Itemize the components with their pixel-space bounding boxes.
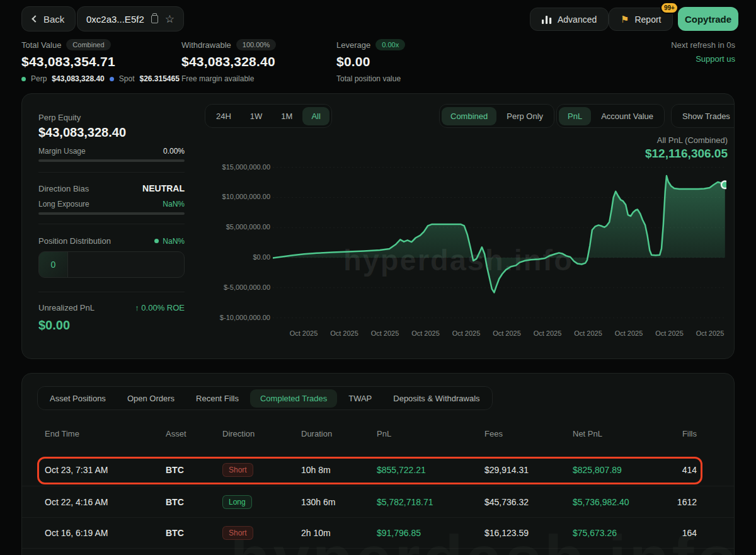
report-label: Report (634, 14, 661, 25)
duration: 10h 8m (301, 465, 377, 475)
col-asset: Asset (166, 429, 222, 438)
col-fees: Fees (484, 429, 573, 438)
trade-row-1[interactable]: Oct 23, 7:31 AM BTC Short 10h 8m $855,72… (22, 454, 735, 486)
duration: 130h 6m (301, 497, 377, 507)
pnl-value: $855,722.21 (377, 465, 484, 475)
y-axis-label: $5,000,000.00 (22, 223, 270, 231)
spot-dot-icon (110, 77, 114, 81)
pnl-value: $5,782,718.71 (377, 497, 484, 507)
support-us-link[interactable]: Support us (696, 54, 735, 64)
perp-equity-value: $43,083,328.40 (38, 125, 185, 140)
tab-1w[interactable]: 1W (241, 107, 272, 125)
tab-combined[interactable]: Combined (442, 107, 496, 125)
tab-recent-fills[interactable]: Recent Fills (186, 389, 249, 408)
x-axis-label: Oct 2025 (534, 329, 562, 337)
net-pnl-value: $5,736,982.40 (573, 497, 675, 507)
x-axis-label: Oct 2025 (452, 329, 481, 337)
duration: 2h 10m (301, 528, 377, 538)
pnl-summary-label: All PnL (Combined) (645, 135, 728, 145)
perp-label: Perp (31, 74, 47, 83)
end-time: Oct 23, 7:31 AM (45, 465, 166, 475)
asset: BTC (166, 465, 222, 475)
refresh-countdown: Next refresh in 0s (671, 40, 735, 50)
asset: BTC (166, 497, 222, 507)
pnl-plot: hyperdash.info $15,000,000.00$10,000,000… (22, 158, 735, 347)
tab-open-orders[interactable]: Open Orders (117, 389, 185, 408)
y-axis-label: $15,000,000.00 (22, 163, 270, 171)
wallet-address: 0xc2a3...E5f2 (86, 14, 144, 25)
end-time: Oct 16, 6:19 AM (45, 528, 166, 538)
leverage-amount: $0.00 (336, 54, 405, 69)
end-time: Oct 22, 4:16 AM (45, 497, 166, 507)
fills-value: 414 (675, 465, 697, 475)
direction-badge: Short (222, 463, 253, 477)
perp-dot-icon (21, 77, 26, 81)
x-axis-label: Oct 2025 (411, 329, 440, 337)
perp-value: $43,083,328.40 (52, 74, 104, 83)
tab-24h[interactable]: 24H (207, 107, 240, 125)
flag-icon: ⚑ (621, 14, 629, 24)
tab-perp-only[interactable]: Perp Only (498, 107, 552, 125)
tab-1m[interactable]: 1M (272, 107, 301, 125)
trades-table-header: End Time Asset Direction Duration PnL Fe… (22, 426, 735, 440)
withdrawable-badge: 100.00% (236, 39, 276, 50)
x-axis-label: Oct 2025 (574, 329, 602, 337)
withdrawable-stat: Withdrawable 100.00% $43,083,328.40 Free… (181, 39, 276, 83)
star-icon[interactable]: ☆ (165, 14, 175, 25)
portfolio-panel: Perp Equity $43,083,328.40 Margin Usage … (21, 93, 735, 359)
withdrawable-label: Withdrawable (181, 40, 231, 50)
advanced-label: Advanced (558, 14, 597, 25)
tab-twap[interactable]: TWAP (338, 389, 382, 408)
fees-value: $16,123.59 (484, 528, 573, 538)
advanced-button[interactable]: Advanced (530, 8, 609, 31)
trades-tabs: Asset Positions Open Orders Recent Fills… (37, 386, 493, 410)
withdrawable-sub: Free margin available (181, 74, 254, 83)
chevron-left-icon (32, 15, 38, 22)
spot-value: $26.315465 (139, 74, 179, 83)
copytrade-button[interactable]: Copytrade (678, 7, 738, 31)
margin-usage-value: 0.00% (163, 147, 185, 156)
total-value-amount: $43,083,354.71 (21, 54, 180, 69)
withdrawable-amount: $43,083,328.40 (181, 54, 276, 69)
fills-value: 164 (675, 528, 697, 538)
tab-pnl[interactable]: PnL (559, 107, 591, 125)
net-pnl-value: $75,673.26 (573, 528, 675, 538)
trade-row-3[interactable]: Oct 16, 6:19 AM BTC Short 2h 10m $91,796… (22, 517, 735, 549)
tab-all[interactable]: All (302, 107, 329, 125)
show-trades-button[interactable]: Show Trades (673, 107, 735, 125)
leverage-sub: Total position value (336, 74, 401, 83)
fills-value: 1612 (675, 497, 697, 507)
tab-account-value[interactable]: Account Value (592, 107, 662, 125)
report-count-badge: 99+ (660, 2, 679, 14)
y-axis-label: $0.00 (22, 253, 270, 261)
net-pnl-value: $825,807.89 (573, 465, 675, 475)
tab-deposits-withdrawals[interactable]: Deposits & Withdrawals (383, 389, 490, 408)
back-button[interactable]: Back (21, 6, 76, 31)
x-axis-label: Oct 2025 (371, 329, 399, 337)
pnl-chart[interactable] (273, 158, 726, 325)
pnl-area-fill (273, 176, 725, 292)
tab-completed-trades[interactable]: Completed Trades (250, 389, 337, 408)
back-label: Back (43, 14, 64, 25)
col-direction: Direction (222, 429, 301, 438)
direction-badge: Short (222, 526, 253, 540)
metric-tabs: PnL Account Value (556, 104, 665, 128)
pnl-summary: All PnL (Combined) $12,116,306.05 (645, 135, 728, 161)
address-pill[interactable]: 0xc2a3...E5f2 ☆ (77, 6, 184, 31)
mode-tabs: Combined Perp Only (439, 104, 554, 128)
margin-usage-label: Margin Usage (38, 147, 86, 156)
trade-row-2[interactable]: Oct 22, 4:16 AM BTC Long 130h 6m $5,782,… (22, 486, 735, 517)
x-axis-label: Oct 2025 (330, 329, 358, 337)
asset: BTC (166, 528, 222, 538)
show-trades-group: Show Trades (671, 104, 735, 128)
x-axis-label: Oct 2025 (615, 329, 643, 337)
hyperdash-trader-profile: Back 0xc2a3...E5f2 ☆ Advanced ⚑ Report 9… (0, 0, 756, 555)
leverage-badge: 0.00x (375, 39, 405, 50)
x-axis-label: Oct 2025 (655, 329, 684, 337)
combined-badge: Combined (66, 39, 110, 50)
pnl-value: $91,796.85 (377, 528, 484, 538)
col-pnl: PnL (377, 429, 484, 438)
tab-asset-positions[interactable]: Asset Positions (40, 389, 116, 408)
copy-icon[interactable] (151, 15, 158, 23)
col-fills: Fills (675, 429, 697, 438)
